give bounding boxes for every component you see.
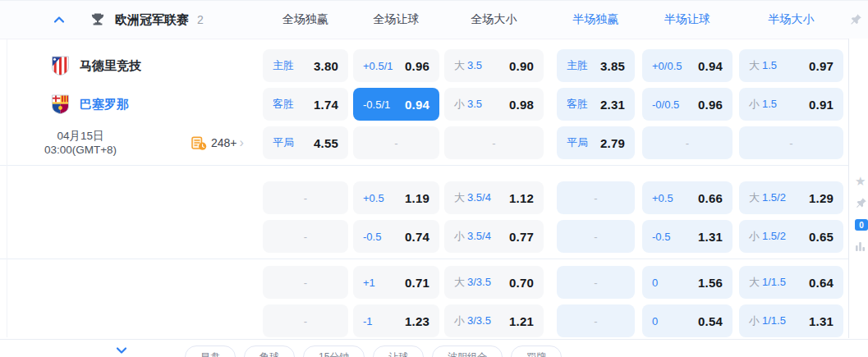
empty-odds-cell: - [557,266,635,299]
odds-cell[interactable]: 小3/3.51.21 [444,304,544,337]
alt-odds-group-1: -+0.51.19大3.5/41.12-+0.50.66大1.5/21.29--… [0,166,868,253]
row-lead: 马德里竞技 [7,56,263,76]
empty-odds-cell: - [642,126,733,159]
market-filter-pills: 早盘角球15分钟让球波胆组合罚牌 [185,346,570,357]
league-header: 欧洲冠军联赛 2 全场独赢 全场让球 全场大小 半场独赢 半场让球 半场大小 [0,1,868,39]
odds-cell[interactable]: +0.5/10.96 [353,49,439,82]
empty-odds-cell: - [353,126,439,159]
expand-chevron-icon[interactable] [115,346,128,356]
empty-odds-cell: - [263,220,348,253]
odds-cell[interactable]: 大1/1.50.64 [739,266,843,299]
counter-badge[interactable]: 0 [855,219,868,231]
row-lead: 04月15日03:00(GMT+8)248+› [7,129,263,157]
home-team-logo [51,56,70,76]
odds-row: 04月15日03:00(GMT+8)248+›平局4.55--平局2.79-- [0,126,868,159]
odds-cell[interactable]: 客胜1.74 [263,88,348,121]
favorite-star-icon[interactable]: ★ [855,175,866,187]
column-header-full-1x2: 全场独赢 [263,12,348,27]
chevron-right-icon: › [240,136,244,149]
odds-cell[interactable]: 小1.50.91 [739,88,843,121]
odds-cell[interactable]: 小1.5/20.65 [739,220,843,253]
odds-row: --11.23小3/3.51.21-00.54小1/1.51.31 [0,304,868,337]
row-lead: 巴塞罗那 [7,94,263,114]
empty-odds-cell: - [263,266,348,299]
empty-odds-cell: - [263,181,348,214]
odds-cell[interactable]: -0.50.74 [353,220,439,253]
column-header-half-1x2: 半场独赢 [557,12,635,27]
odds-cell[interactable]: 大3.5/41.12 [444,181,544,214]
odds-row: -+10.71大3/3.50.70-01.56大1/1.50.64 [0,266,868,299]
stats-chart-icon[interactable] [855,240,866,251]
column-header-full-ou: 全场大小 [444,12,544,27]
odds-cell[interactable]: -0.5/10.94 [353,88,439,121]
league-name: 欧洲冠军联赛 [115,12,189,28]
pin-icon[interactable] [849,13,862,26]
odds-row: 马德里竞技主胜3.80+0.5/10.96大3.50.90主胜3.85+0/0.… [0,49,868,82]
side-rail: ★ 0 [848,39,868,338]
market-filter-button[interactable]: 波胆组合 [432,346,503,357]
footer-bar: 早盘角球15分钟让球波胆组合罚牌 [0,339,868,357]
empty-odds-cell: - [263,304,348,337]
more-markets-link[interactable]: 248+› [191,135,244,151]
odds-cell[interactable]: 大3.50.90 [444,49,544,82]
odds-panel: 欧洲冠军联赛 2 全场独赢 全场让球 全场大小 半场独赢 半场让球 半场大小 马… [0,0,868,357]
market-filter-button[interactable]: 早盘 [185,346,236,357]
markets-count: 248+ [211,136,237,149]
odds-cell[interactable]: 01.56 [642,266,733,299]
odds-cell[interactable]: 大1.50.97 [739,49,843,82]
odds-cell[interactable]: 大3/3.50.70 [444,266,544,299]
odds-row: -+0.51.19大3.5/41.12-+0.50.66大1.5/21.29 [0,181,868,214]
away-team-logo [51,94,70,114]
odds-cell[interactable]: 主胜3.80 [263,49,348,82]
column-header-half-ou: 半场大小 [739,12,843,27]
markets-icon [191,135,207,151]
trophy-icon [90,12,105,27]
market-filter-button[interactable]: 让球 [373,346,424,357]
left-divider [7,4,7,337]
odds-cell[interactable]: 平局2.79 [557,126,635,159]
main-odds-group: 马德里竞技主胜3.80+0.5/10.96大3.50.90主胜3.85+0/0.… [0,39,868,159]
odds-cell[interactable]: 小3.5/40.77 [444,220,544,253]
odds-cell[interactable]: 平局4.55 [263,126,348,159]
odds-row: 巴塞罗那客胜1.74-0.5/10.94小3.50.98客胜2.31-0/0.5… [0,88,868,121]
market-filter-button[interactable]: 15分钟 [303,346,365,357]
column-header-full-handicap: 全场让球 [353,12,439,27]
odds-row: --0.50.74小3.5/40.77--0.51.31小1.5/20.65 [0,220,868,253]
empty-odds-cell: - [557,181,635,214]
empty-odds-cell: - [739,126,843,159]
empty-odds-cell: - [557,220,635,253]
empty-odds-cell: - [557,304,635,337]
odds-cell[interactable]: +0.50.66 [642,181,733,214]
odds-cell[interactable]: 大1.5/21.29 [739,181,843,214]
odds-cell[interactable]: -0.51.31 [642,220,733,253]
odds-cell[interactable]: 小3.50.98 [444,88,544,121]
market-filter-button[interactable]: 罚牌 [511,346,562,357]
market-filter-button[interactable]: 角球 [244,346,295,357]
away-team-name[interactable]: 巴塞罗那 [80,97,129,112]
column-header-half-handicap: 半场让球 [642,12,733,27]
pin-icon[interactable] [855,197,867,209]
odds-cell[interactable]: 主胜3.85 [557,49,635,82]
empty-odds-cell: - [444,126,544,159]
odds-cell[interactable]: +0/0.50.94 [642,49,733,82]
odds-cell[interactable]: -0/0.50.96 [642,88,733,121]
odds-cell[interactable]: 客胜2.31 [557,88,635,121]
odds-cell[interactable]: 小1/1.51.31 [739,304,843,337]
odds-cell[interactable]: +10.71 [353,266,439,299]
match-datetime: 04月15日03:00(GMT+8) [11,129,149,157]
league-match-count: 2 [197,13,204,26]
odds-cell[interactable]: -11.23 [353,304,439,337]
odds-cell[interactable]: +0.51.19 [353,181,439,214]
collapse-chevron-icon[interactable] [53,13,66,26]
odds-cell[interactable]: 00.54 [642,304,733,337]
home-team-name[interactable]: 马德里竞技 [80,58,141,74]
alt-odds-group-2: -+10.71大3/3.50.70-01.56大1/1.50.64--11.23… [0,259,868,337]
league-header-lead: 欧洲冠军联赛 2 [7,12,263,28]
